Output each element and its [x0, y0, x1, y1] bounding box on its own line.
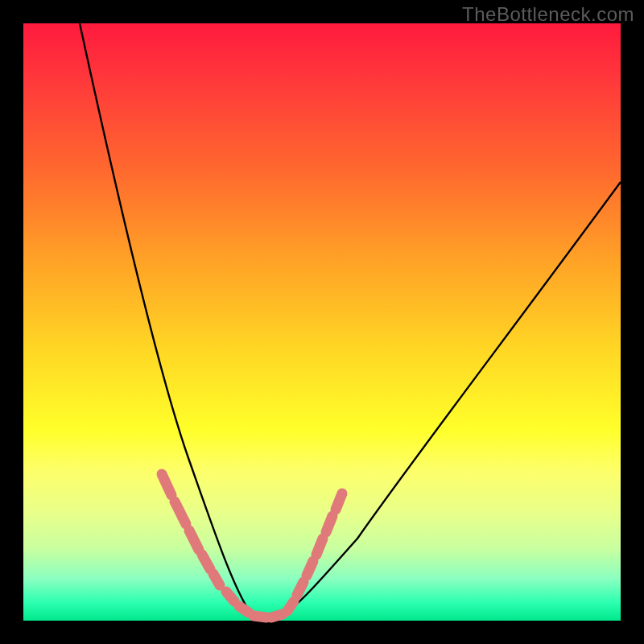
watermark-text: TheBottleneck.com — [462, 3, 634, 26]
svg-line-5 — [226, 592, 234, 601]
curve-layer — [23, 23, 621, 621]
plot-area — [23, 23, 621, 621]
svg-line-1 — [175, 502, 186, 524]
svg-line-11 — [307, 561, 313, 576]
chart-frame: TheBottleneck.com — [0, 0, 644, 644]
svg-line-7 — [254, 616, 266, 617]
svg-line-4 — [213, 574, 220, 585]
bottleneck-curve — [80, 23, 621, 619]
svg-line-3 — [202, 555, 210, 569]
pink-highlight-right — [287, 493, 342, 611]
svg-line-14 — [336, 493, 342, 510]
svg-line-2 — [189, 530, 199, 550]
svg-line-10 — [297, 582, 303, 595]
svg-line-9 — [287, 601, 294, 611]
svg-line-13 — [326, 516, 332, 532]
svg-line-6 — [239, 606, 249, 613]
svg-line-8 — [271, 614, 283, 617]
svg-line-12 — [316, 539, 323, 555]
pink-highlight-left — [162, 474, 220, 585]
svg-line-0 — [162, 474, 171, 495]
pink-highlight-bottom — [226, 592, 283, 617]
